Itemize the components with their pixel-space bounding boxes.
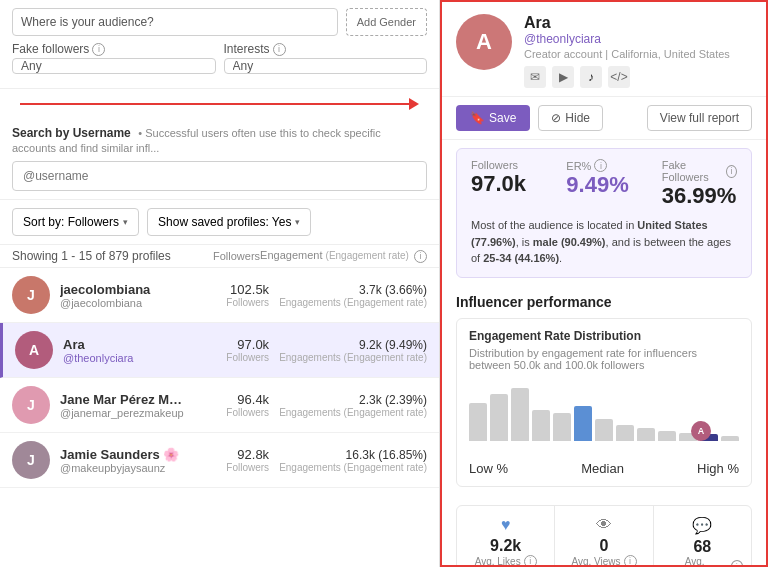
avg-views-value: 0 bbox=[563, 537, 644, 555]
chart-labels: Low % Median High % bbox=[469, 461, 739, 476]
profile-item-ara[interactable]: A Ara @theonlyciara 97.0k Followers 9.2k… bbox=[0, 323, 439, 378]
chevron-down-icon-2: ▾ bbox=[295, 217, 300, 227]
erd-title: Engagement Rate Distribution bbox=[469, 329, 739, 343]
interests-dropdown[interactable]: Any bbox=[224, 58, 428, 74]
profile-info-jamie-saunders: Jamie Saunders 🌸 @makeupbyjaysaunz bbox=[60, 447, 189, 474]
profile-name-jamie-saunders: Jamie Saunders 🌸 bbox=[60, 447, 189, 462]
avg-comments-info-icon[interactable]: i bbox=[731, 560, 743, 567]
followers-column-header: Followers bbox=[190, 250, 260, 262]
email-social-icon[interactable]: ✉ bbox=[524, 66, 546, 88]
avg-comments-label: Avg. Comments i bbox=[662, 556, 743, 568]
profile-followers-ara: 97.0k Followers bbox=[199, 337, 269, 363]
comments-icon: 💬 bbox=[662, 516, 743, 535]
fake-followers-stat-info-icon[interactable]: i bbox=[726, 165, 737, 178]
chart-wrapper: A Low % Median High % bbox=[469, 379, 739, 476]
profile-name-jane-mar: Jane Mar Pérez Mejías bbox=[60, 392, 189, 407]
fake-followers-dropdown[interactable]: Any bbox=[12, 58, 216, 74]
sort-button[interactable]: Sort by: Followers ▾ bbox=[12, 208, 139, 236]
profile-handle: @jaecolombiana bbox=[60, 297, 189, 309]
engagement-info-icon[interactable]: i bbox=[414, 250, 427, 263]
chart-label-high: High % bbox=[697, 461, 739, 476]
action-buttons: 🔖 Save ⊘ Hide View full report bbox=[442, 97, 766, 140]
fake-followers-value: 36.99% bbox=[662, 183, 737, 209]
avg-comments-value: 68 bbox=[662, 538, 743, 556]
web-social-icon[interactable]: </> bbox=[608, 66, 630, 88]
avg-likes-label: Avg. Likes i bbox=[465, 555, 546, 568]
profile-info-jaecolombiana: jaecolombiana @jaecolombiana bbox=[60, 282, 189, 309]
chart-bar-9 bbox=[658, 431, 676, 440]
results-count: Showing 1 - 15 of 879 profiles bbox=[12, 249, 190, 263]
audience-note: Most of the audience is located in Unite… bbox=[471, 217, 737, 267]
chart-bar-0 bbox=[469, 403, 487, 440]
profile-header: A Ara @theonlyciara Creator account | Ca… bbox=[442, 2, 766, 97]
profile-item-jamie-saunders[interactable]: J Jamie Saunders 🌸 @makeupbyjaysaunz 92.… bbox=[0, 433, 439, 488]
audience-filter-row: Where is your audience? Add Gender bbox=[12, 8, 427, 36]
sort-label: Sort by: Followers bbox=[23, 215, 119, 229]
chart-bar-12 bbox=[721, 436, 739, 441]
avg-views-label: Avg. Views i bbox=[563, 555, 644, 568]
social-icons: ✉ ▶ ♪ </> bbox=[524, 66, 752, 88]
avg-views-info-icon[interactable]: i bbox=[624, 555, 637, 568]
stats-section: Followers 97.0k ER% i 9.49% Fake Followe… bbox=[456, 148, 752, 278]
search-username-label: Search by Username bbox=[12, 126, 131, 140]
controls-row: Sort by: Followers ▾ Show saved profiles… bbox=[0, 200, 439, 245]
profile-avatar-large: A bbox=[456, 14, 512, 70]
profile-item-jaecolombiana[interactable]: J jaecolombiana @jaecolombiana 102.5k Fo… bbox=[0, 268, 439, 323]
er-value: 9.49% bbox=[566, 172, 641, 198]
youtube-social-icon[interactable]: ▶ bbox=[552, 66, 574, 88]
show-saved-button[interactable]: Show saved profiles: Yes ▾ bbox=[147, 208, 311, 236]
bookmark-icon: 🔖 bbox=[470, 111, 485, 125]
save-button[interactable]: 🔖 Save bbox=[456, 105, 530, 131]
tiktok-social-icon[interactable]: ♪ bbox=[580, 66, 602, 88]
er-info-icon[interactable]: i bbox=[594, 159, 607, 172]
avg-likes-stat: ♥ 9.2k Avg. Likes i bbox=[457, 506, 555, 568]
avg-comments-stat: 💬 68 Avg. Comments i bbox=[654, 506, 751, 568]
avg-stats-row: ♥ 9.2k Avg. Likes i 👁 0 Avg. Views i 💬 6… bbox=[456, 505, 752, 568]
hide-button[interactable]: ⊘ Hide bbox=[538, 105, 603, 131]
erd-section: Engagement Rate Distribution Distributio… bbox=[456, 318, 752, 487]
profile-header-name: Ara bbox=[524, 14, 752, 32]
user-position-marker: A bbox=[691, 421, 711, 441]
profile-handle-ara: @theonlyciara bbox=[63, 352, 189, 364]
performance-title: Influencer performance bbox=[456, 294, 752, 310]
fake-followers-stat: Fake Followers i 36.99% bbox=[662, 159, 737, 209]
chart-bar-6 bbox=[595, 419, 613, 441]
followers-stat: Followers 97.0k bbox=[471, 159, 546, 209]
red-arrow bbox=[20, 98, 419, 110]
fake-followers-info-icon[interactable]: i bbox=[92, 43, 105, 56]
username-input[interactable] bbox=[12, 161, 427, 191]
avatar-jane-mar: J bbox=[12, 386, 50, 424]
profile-info-ara: Ara @theonlyciara bbox=[63, 337, 189, 364]
profile-header-info: Ara @theonlyciara Creator account | Cali… bbox=[524, 14, 752, 88]
chart-bar-1 bbox=[490, 394, 508, 441]
profile-handle-jamie-saunders: @makeupbyjaysaunz bbox=[60, 462, 189, 474]
interests-label: Interests i bbox=[224, 42, 428, 56]
chart-container: A bbox=[469, 379, 739, 459]
chart-bar-2 bbox=[511, 388, 529, 441]
add-gender-button[interactable]: Add Gender bbox=[346, 8, 427, 36]
avg-views-stat: 👁 0 Avg. Views i bbox=[555, 506, 653, 568]
view-full-report-button[interactable]: View full report bbox=[647, 105, 752, 131]
profile-engagement-jaecolombiana: 3.7k (3.66%) Engagements (Engagement rat… bbox=[279, 283, 427, 308]
interests-filter-row: Fake followers i Any Interests i Any bbox=[12, 42, 427, 74]
show-saved-label: Show saved profiles: Yes bbox=[158, 215, 291, 229]
stats-row: Followers 97.0k ER% i 9.49% Fake Followe… bbox=[471, 159, 737, 209]
profile-name: jaecolombiana bbox=[60, 282, 189, 297]
profile-handle-jane-mar: @janemar_perezmakeup bbox=[60, 407, 189, 419]
er-stat: ER% i 9.49% bbox=[566, 159, 641, 209]
performance-section: Influencer performance Engagement Rate D… bbox=[442, 286, 766, 505]
audience-dropdown[interactable]: Where is your audience? bbox=[12, 8, 338, 36]
fake-followers-label: Fake followers i bbox=[12, 42, 216, 56]
profile-engagement-jane-mar: 2.3k (2.39%) Engagements (Engagement rat… bbox=[279, 393, 427, 418]
avg-likes-info-icon[interactable]: i bbox=[524, 555, 537, 568]
right-panel: A Ara @theonlyciara Creator account | Ca… bbox=[440, 0, 768, 567]
profile-header-meta: Creator account | California, United Sta… bbox=[524, 48, 752, 60]
profile-item-jane-mar[interactable]: J Jane Mar Pérez Mejías @janemar_perezma… bbox=[0, 378, 439, 433]
profile-followers-jane-mar: 96.4k Followers bbox=[199, 392, 269, 418]
profile-engagement-ara: 9.2k (9.49%) Engagements (Engagement rat… bbox=[279, 338, 427, 363]
interests-info-icon[interactable]: i bbox=[273, 43, 286, 56]
arrow-line bbox=[20, 103, 409, 105]
profile-engagement-jamie-saunders: 16.3k (16.85%) Engagements (Engagement r… bbox=[279, 448, 427, 473]
arrow-head bbox=[409, 98, 419, 110]
chart-bar-8 bbox=[637, 428, 655, 440]
